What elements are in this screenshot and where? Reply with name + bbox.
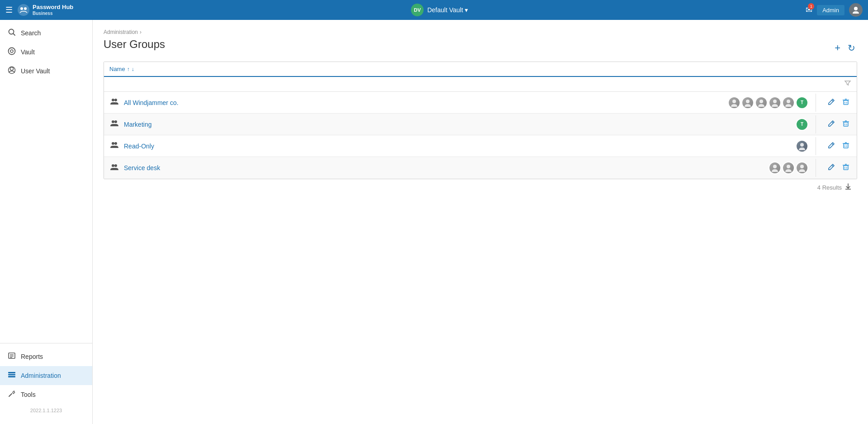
sidebar-item-tools[interactable]: Tools [0, 385, 92, 404]
sidebar-bottom: Reports Administration [0, 343, 92, 424]
svg-point-18 [114, 99, 117, 101]
sort-down-icon: ↓ [132, 66, 134, 72]
hamburger-menu-icon[interactable]: ☰ [5, 5, 13, 15]
header-left: ☰ Password Hub Business [5, 4, 73, 16]
sidebar-item-label-administration: Administration [21, 372, 61, 379]
filter-row [104, 77, 857, 92]
svg-point-39 [114, 142, 117, 145]
avatar [796, 140, 808, 152]
row-divider [816, 159, 816, 177]
sidebar-item-label-search: Search [21, 29, 41, 37]
table-row: Service desk [104, 157, 857, 179]
content-area: Administration › User Groups + ↻ Name ↑ … [93, 20, 868, 424]
svg-point-30 [112, 120, 114, 123]
page-header-area: User Groups + ↻ [104, 38, 857, 58]
svg-point-8 [10, 67, 14, 71]
row-actions-readonly [820, 140, 851, 152]
delete-button-all-windjammer[interactable] [840, 96, 851, 109]
avatar-t: T [796, 96, 808, 109]
svg-line-32 [832, 122, 833, 123]
svg-rect-14 [8, 372, 15, 373]
avatar-t-marketing: T [796, 118, 808, 131]
sidebar-item-reports[interactable]: Reports [0, 347, 92, 366]
sidebar-item-search[interactable]: Search [0, 24, 92, 43]
sidebar-item-administration[interactable]: Administration [0, 366, 92, 385]
row-name-service-desk[interactable]: Service desk [124, 164, 769, 172]
avatar [755, 96, 768, 109]
vault-name: Default Vault [427, 6, 463, 14]
row-actions-marketing [820, 118, 851, 131]
results-row: 4 Results [104, 179, 857, 195]
column-name-header[interactable]: Name ↑ ↓ [109, 66, 851, 72]
user-avatar[interactable] [849, 3, 863, 17]
reports-icon [7, 352, 16, 362]
svg-point-6 [9, 48, 15, 55]
svg-point-23 [787, 100, 790, 103]
edit-button-service-desk[interactable] [826, 162, 837, 174]
row-name-all-windjammer[interactable]: All Windjammer co. [124, 99, 728, 106]
svg-point-20 [746, 100, 750, 103]
row-avatars-readonly [796, 140, 808, 152]
sidebar-item-user-vault[interactable]: User Vault [0, 62, 92, 81]
download-icon[interactable] [844, 183, 852, 192]
group-icon [109, 163, 119, 173]
group-icon [109, 141, 119, 151]
svg-point-21 [760, 100, 763, 103]
avatar [796, 162, 808, 174]
results-count: 4 Results [817, 184, 842, 191]
svg-line-5 [13, 33, 15, 35]
refresh-button[interactable]: ↻ [846, 41, 857, 55]
sidebar-item-vault[interactable]: Vault [0, 43, 92, 62]
main-layout: Search Vault [0, 20, 868, 424]
svg-point-49 [773, 165, 777, 168]
filter-input[interactable] [109, 81, 844, 88]
user-groups-table: Name ↑ ↓ [104, 62, 857, 179]
edit-button-readonly[interactable] [826, 140, 837, 152]
svg-point-1 [20, 7, 23, 10]
svg-line-41 [832, 143, 833, 145]
row-avatars-service-desk [769, 162, 808, 174]
svg-point-40 [800, 143, 804, 147]
filter-icon [844, 80, 851, 89]
search-icon [7, 28, 16, 38]
avatar [782, 96, 795, 109]
table-row: Read-Only [104, 135, 857, 157]
svg-rect-42 [844, 144, 848, 148]
notification-area[interactable]: ✉ 1 [806, 5, 812, 15]
add-group-button[interactable]: + [833, 41, 842, 55]
avatar [741, 96, 754, 109]
svg-point-7 [10, 50, 13, 52]
logo-icon [17, 4, 30, 16]
top-header: ☰ Password Hub Business DV Default Vault… [0, 0, 868, 20]
admin-button[interactable]: Admin [817, 5, 844, 15]
svg-point-31 [114, 120, 117, 123]
svg-line-24 [832, 100, 833, 101]
delete-button-service-desk[interactable] [840, 162, 851, 174]
vault-avatar: DV [411, 4, 424, 16]
sidebar-item-label-vault: Vault [21, 48, 35, 56]
vault-selector[interactable]: Default Vault ▾ [427, 6, 468, 14]
edit-button-marketing[interactable] [826, 118, 837, 131]
svg-rect-15 [8, 374, 15, 376]
svg-point-48 [114, 164, 117, 167]
row-avatars-all-windjammer: T [728, 96, 808, 109]
sidebar-item-label-reports: Reports [21, 353, 43, 360]
avatar [769, 162, 781, 174]
row-divider [816, 137, 816, 155]
table-header-row: Name ↑ ↓ [104, 62, 857, 77]
svg-rect-16 [8, 376, 15, 377]
delete-button-marketing[interactable] [840, 118, 851, 131]
version-label: 2022.1.1.1223 [0, 404, 92, 417]
svg-rect-33 [844, 122, 848, 126]
edit-button-all-windjammer[interactable] [826, 96, 837, 109]
row-actions-service-desk [820, 162, 851, 174]
row-name-readonly[interactable]: Read-Only [124, 143, 796, 150]
svg-point-0 [18, 4, 29, 16]
row-name-marketing[interactable]: Marketing [124, 121, 796, 128]
page-toolbar: + ↻ [833, 41, 857, 55]
delete-button-readonly[interactable] [840, 140, 851, 152]
svg-rect-53 [844, 166, 848, 170]
svg-line-52 [832, 165, 833, 167]
breadcrumb-parent: Administration [104, 29, 138, 35]
sidebar: Search Vault [0, 20, 93, 424]
